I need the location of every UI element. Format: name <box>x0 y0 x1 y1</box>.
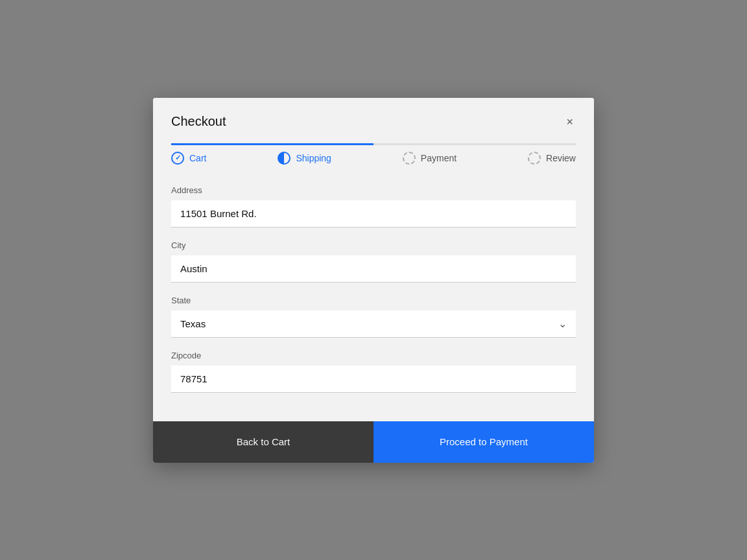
stepper: Cart Shipping Payment Review <box>153 130 594 172</box>
step-cart-label: Cart <box>189 153 206 163</box>
checkout-modal: Checkout × Cart Shipping <box>153 98 594 463</box>
state-select[interactable]: AlabamaAlaskaArizonaArkansasCaliforniaCo… <box>171 310 576 337</box>
close-button[interactable]: × <box>563 113 576 130</box>
cart-step-icon <box>171 152 184 165</box>
city-group: City <box>171 240 576 283</box>
step-review-label: Review <box>546 153 576 163</box>
dashed-circle-icon-review <box>528 152 541 165</box>
city-label: City <box>171 240 576 250</box>
form-body: Address City State AlabamaAlaskaArizonaA… <box>153 172 594 421</box>
shipping-step-icon <box>278 152 290 165</box>
payment-step-icon <box>403 152 416 165</box>
step-shipping[interactable]: Shipping <box>278 152 331 165</box>
step-shipping-label: Shipping <box>296 153 331 163</box>
step-cart[interactable]: Cart <box>171 152 206 165</box>
proceed-to-payment-button[interactable]: Proceed to Payment <box>374 421 594 463</box>
address-group: Address <box>171 185 576 228</box>
stepper-line <box>171 143 576 145</box>
modal-footer: Back to Cart Proceed to Payment <box>153 421 594 463</box>
state-label: State <box>171 296 576 305</box>
stepper-steps: Cart Shipping Payment Review <box>171 152 576 172</box>
zipcode-input[interactable] <box>171 366 576 393</box>
stepper-progress <box>171 143 374 145</box>
zipcode-group: Zipcode <box>171 351 576 393</box>
modal-title: Checkout <box>171 114 226 129</box>
modal-header: Checkout × <box>153 98 594 130</box>
address-label: Address <box>171 185 576 195</box>
check-circle-icon <box>171 152 184 165</box>
zipcode-label: Zipcode <box>171 351 576 360</box>
step-payment-label: Payment <box>421 153 456 163</box>
dashed-circle-icon-payment <box>403 152 416 165</box>
city-input[interactable] <box>171 255 576 283</box>
review-step-icon <box>528 152 541 165</box>
step-payment[interactable]: Payment <box>403 152 456 165</box>
step-review[interactable]: Review <box>528 152 576 165</box>
state-group: State AlabamaAlaskaArizonaArkansasCalifo… <box>171 296 576 338</box>
back-to-cart-button[interactable]: Back to Cart <box>153 421 374 463</box>
address-input[interactable] <box>171 200 576 228</box>
half-circle-icon <box>278 152 290 165</box>
state-select-wrapper: AlabamaAlaskaArizonaArkansasCaliforniaCo… <box>171 310 576 338</box>
